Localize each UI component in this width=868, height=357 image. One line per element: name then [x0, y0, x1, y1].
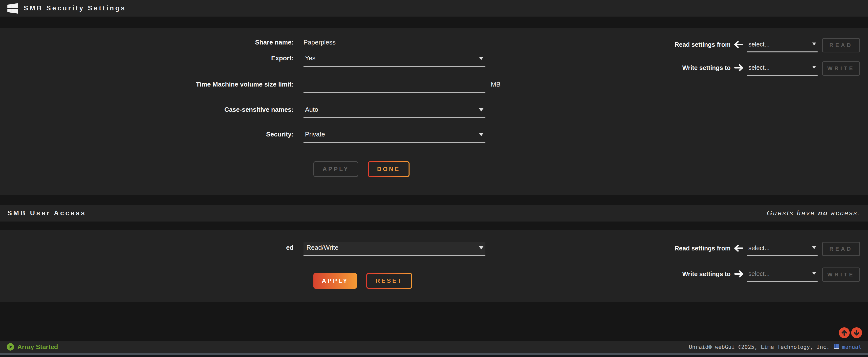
caret-down-icon — [479, 133, 484, 136]
array-status: Array Started — [6, 343, 58, 351]
guest-access-note: Guests have no access. — [767, 209, 861, 217]
arrow-left-icon — [734, 41, 743, 48]
time-machine-limit-label: Time Machine volume size limit: — [0, 79, 304, 90]
read-settings-select-value: select... — [748, 41, 770, 48]
write-settings-select-value: select... — [748, 64, 770, 71]
read-button[interactable]: READ — [822, 242, 860, 256]
window-edge-line — [0, 353, 868, 355]
read-settings-row: Read settings from select... READ — [669, 39, 860, 52]
write-settings-row: Write settings to select... WRITE — [669, 62, 860, 76]
user-access-select-value: Read/Write — [307, 244, 339, 251]
share-name-value: Paperpless — [304, 37, 336, 48]
guest-access-note-suffix: access. — [828, 209, 861, 217]
section2-title: SMB User Access — [7, 209, 86, 217]
apply-button[interactable]: APPLY — [313, 273, 357, 289]
export-select[interactable]: Yes — [304, 52, 486, 67]
smb-security-settings-panel: Share name: Paperpless Export: Yes Time … — [0, 28, 868, 195]
write-button[interactable]: WRITE — [822, 268, 860, 282]
play-circle-icon — [6, 343, 14, 351]
user-access-select[interactable]: Read/Write — [304, 242, 486, 256]
user-name-label: ed — [0, 242, 304, 253]
scroll-to-top-button[interactable] — [839, 327, 850, 338]
user-access-row: ed Read/Write — [0, 242, 486, 256]
windows-icon — [7, 3, 18, 13]
time-machine-limit-input[interactable] — [304, 79, 486, 93]
caret-down-icon — [479, 57, 484, 60]
array-status-text: Array Started — [17, 343, 58, 351]
read-settings-select[interactable]: select... — [747, 39, 817, 52]
security-select[interactable]: Private — [304, 128, 486, 143]
apply-button[interactable]: APPLY — [313, 161, 359, 177]
write-settings-select[interactable]: select... — [747, 268, 817, 282]
write-settings-label: Write settings to — [669, 268, 731, 279]
read-settings-label: Read settings from — [669, 39, 731, 50]
export-select-value: Yes — [305, 54, 315, 62]
case-sensitive-select[interactable]: Auto — [304, 104, 486, 118]
section2-buttons: APPLY RESET — [313, 273, 412, 289]
read-settings-select-value: select... — [748, 244, 770, 251]
done-button[interactable]: DONE — [368, 161, 409, 177]
write-settings-row: Write settings to select... WRITE — [669, 268, 860, 282]
write-button[interactable]: WRITE — [822, 61, 860, 76]
case-sensitive-row: Case-sensitive names: Auto — [0, 104, 486, 118]
case-sensitive-select-value: Auto — [305, 106, 318, 113]
book-icon — [833, 344, 840, 350]
security-label: Security: — [0, 128, 304, 140]
section1-buttons: APPLY DONE — [313, 161, 409, 177]
smb-security-settings-header: SMB Security Settings — [0, 0, 868, 17]
write-settings-label: Write settings to — [669, 62, 731, 73]
manual-link[interactable]: manual — [833, 344, 862, 350]
caret-down-icon — [812, 42, 816, 46]
read-settings-label: Read settings from — [669, 243, 731, 254]
smb-user-access-header: SMB User Access Guests have no access. — [0, 205, 868, 221]
footer: Array Started Unraid® webGui ©2025, Lime… — [0, 341, 868, 353]
reset-button[interactable]: RESET — [366, 273, 412, 289]
caret-down-icon — [479, 108, 484, 112]
arrow-right-icon — [734, 270, 743, 278]
export-label: Export: — [0, 52, 304, 64]
share-name-row: Share name: Paperpless — [0, 37, 336, 48]
security-row: Security: Private — [0, 128, 486, 143]
security-select-value: Private — [305, 130, 325, 138]
case-sensitive-label: Case-sensitive names: — [0, 104, 304, 115]
smb-user-access-panel: ed Read/Write APPLY RESET Read settings … — [0, 230, 868, 302]
guest-access-note-prefix: Guests have — [767, 209, 818, 217]
write-settings-select-value: select... — [748, 270, 770, 277]
arrow-right-icon — [734, 64, 743, 71]
time-machine-limit-row: Time Machine volume size limit: MB — [0, 79, 500, 93]
time-machine-limit-unit: MB — [491, 79, 500, 90]
write-settings-select[interactable]: select... — [747, 62, 817, 76]
window-edge-dark — [0, 355, 868, 357]
caret-down-icon — [812, 272, 816, 275]
export-row: Export: Yes — [0, 52, 486, 67]
manual-link-text: manual — [842, 344, 862, 350]
guest-access-note-emphasis: no — [818, 209, 828, 217]
scroll-to-bottom-button[interactable] — [851, 327, 862, 338]
scroll-buttons — [839, 327, 862, 338]
read-settings-row: Read settings from select... READ — [669, 243, 860, 256]
read-settings-select[interactable]: select... — [747, 243, 817, 256]
read-button[interactable]: READ — [822, 38, 860, 52]
share-name-label: Share name: — [0, 37, 304, 48]
copyright-text: Unraid® webGui ©2025, Lime Technology, I… — [689, 344, 830, 350]
caret-down-icon — [479, 246, 484, 249]
section1-title: SMB Security Settings — [24, 4, 126, 12]
arrow-left-icon — [734, 244, 743, 252]
caret-down-icon — [812, 66, 816, 69]
caret-down-icon — [812, 246, 816, 249]
